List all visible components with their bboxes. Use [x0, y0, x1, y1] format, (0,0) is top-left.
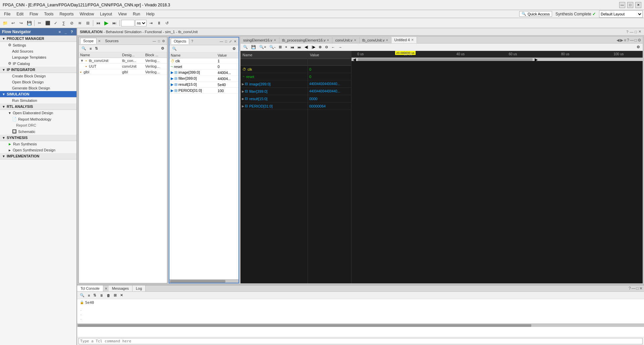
menu-window[interactable]: Window [77, 11, 97, 17]
wave-row-period[interactable]: ▶ ⊟ PERIOD[31:0] [240, 102, 308, 110]
nav-section-header-project-manager[interactable]: ▼ PROJECT MANAGER [0, 36, 76, 42]
obj-row-reset[interactable]: ~ reset 0 [169, 64, 238, 70]
wave-add-marker-btn[interactable]: ⊕ [317, 44, 323, 50]
toolbar-save-button[interactable]: 💾 [25, 19, 33, 27]
sidebar-item-create-block-design[interactable]: Create Block Design [0, 73, 76, 79]
tcl-maximize-btn[interactable]: □ [636, 286, 639, 291]
nav-section-header-simulation[interactable]: ▼ SIMULATION [0, 91, 76, 97]
sidebar-item-schematic[interactable]: 🔲 Schematic [0, 128, 76, 135]
tcl-export-btn[interactable]: ⊞ [112, 292, 118, 298]
wave-settings-btn[interactable]: ⚙ [635, 44, 641, 50]
tcl-tab-messages[interactable]: Messages [109, 285, 132, 291]
wave-tab-convunit[interactable]: convUnit.v ✕ [332, 37, 359, 43]
menu-reports[interactable]: Reports [57, 11, 76, 17]
sidebar-item-open-synthesized-design[interactable]: ► Open Synthesized Design [0, 147, 76, 153]
toolbar-synth-button[interactable]: ∑ [60, 19, 67, 27]
nav-section-header-implementation[interactable]: ▼ IMPLEMENTATION [0, 153, 76, 159]
image-expand-btn[interactable]: ▶ [242, 82, 244, 86]
wave-restart-btn[interactable]: ⏮ [289, 45, 296, 50]
flow-nav-minimize-button[interactable]: _ [63, 30, 68, 34]
wave-zoom-out-btn[interactable]: 🔍- [268, 44, 277, 50]
objects-float-btn[interactable]: ⤢ [228, 39, 232, 44]
tab-scope[interactable]: Scope [80, 38, 97, 44]
sim-header-close[interactable]: ✕ [638, 29, 641, 34]
wave-cursor-btn[interactable]: ⌖ [284, 44, 288, 50]
toolbar-restart-button[interactable]: ⏮ [95, 19, 102, 27]
nav-section-header-ip-integrator[interactable]: ▼ IP INTEGRATOR [0, 67, 76, 73]
sidebar-item-generate-block-design[interactable]: Generate Block Design [0, 85, 76, 91]
tcl-delete-btn[interactable]: ✕ [119, 292, 124, 298]
wave-row-image[interactable]: ▶ ⊟ image[399:0] [240, 80, 308, 88]
result-expand-icon[interactable]: ▶ [171, 82, 173, 86]
wave-tab-tbconvunit[interactable]: tb_convUnit.v ✕ [360, 37, 392, 43]
result-expand-btn[interactable]: ▶ [242, 97, 244, 100]
scope-sort-btn[interactable]: ⇅ [94, 46, 99, 51]
wave-tab-list-btn[interactable]: ≡ [624, 38, 626, 43]
objects-close-btn[interactable]: ✕ [233, 39, 237, 44]
wave-tab-max-btn[interactable]: □ [635, 38, 637, 43]
wave-tab-next-btn[interactable]: ▶ [620, 38, 623, 43]
menu-view[interactable]: View [115, 11, 129, 17]
sidebar-item-settings[interactable]: ⚙ Settings [0, 42, 76, 48]
wave-scroll-left[interactable]: ◀ [352, 57, 357, 62]
toolbar-check-button[interactable]: ✓ [52, 19, 59, 27]
toolbar-reset-button[interactable]: ↺ [163, 19, 171, 27]
menu-help[interactable]: Help [144, 11, 157, 17]
menu-edit[interactable]: Edit [14, 11, 26, 17]
close-button[interactable]: ✕ [635, 2, 641, 8]
wave-tab-untitled4-close[interactable]: ✕ [411, 38, 414, 42]
flow-nav-question-button[interactable]: ? [69, 30, 74, 34]
toolbar-undo-button[interactable]: ↩ [9, 19, 17, 27]
scope-minimize-btn[interactable]: — [152, 39, 157, 43]
toolbar-wave-button[interactable]: ≋ [76, 19, 84, 27]
scope-tab-close[interactable]: ✕ [98, 39, 101, 43]
objects-gear-btn[interactable]: ⚙ [231, 46, 237, 52]
wave-row-result[interactable]: ▶ ⊟ result[15:0] [240, 95, 308, 102]
obj-row-image[interactable]: ▶ ⊟ image[399:0] 44004... [169, 70, 238, 76]
objects-hscroll-thumb[interactable] [170, 280, 225, 283]
tcl-tab-log[interactable]: Log [132, 285, 146, 291]
tcl-close-btn[interactable]: ✕ [639, 286, 643, 291]
obj-row-clk[interactable]: ⏱ clk 1 [169, 58, 238, 64]
sidebar-item-run-synthesis[interactable]: ► Run Synthesis [0, 141, 76, 147]
menu-file[interactable]: File [1, 11, 13, 17]
sim-header-max[interactable]: □ [635, 30, 637, 34]
wave-nav-prev-btn[interactable]: ← [330, 45, 336, 50]
wave-tab-convunit-close[interactable]: ✕ [354, 39, 357, 42]
obj-row-filter[interactable]: ▶ ⊟ filter[399:0] 44004... [169, 76, 238, 82]
objects-search-icon[interactable]: 🔍 [171, 46, 178, 52]
layout-select[interactable]: Default Layout [599, 10, 643, 18]
tcl-pause-btn[interactable]: ⏸ [98, 293, 105, 298]
tab-objects[interactable]: Objects [171, 38, 189, 44]
sim-time-input[interactable]: 10 [121, 20, 135, 26]
menu-run[interactable]: Run [130, 11, 143, 17]
sim-time-unit-select[interactable]: ns us ps [135, 20, 147, 26]
minimize-button[interactable]: — [619, 2, 625, 8]
sidebar-item-open-block-design[interactable]: Open Block Design [0, 79, 76, 85]
wave-hscroll-thumb[interactable] [358, 58, 533, 61]
tcl-minimize-btn[interactable]: — [632, 286, 636, 291]
wave-end-btn[interactable]: ⏭ [296, 45, 303, 50]
toolbar-redo-button[interactable]: ↪ [17, 19, 25, 27]
sidebar-item-add-sources[interactable]: Add Sources [0, 48, 76, 54]
scope-maximize-btn[interactable]: □ [157, 39, 161, 43]
scope-row-tb-convunit[interactable]: ▼ ▪ tb_convUnit tb_con... Verilog... [79, 58, 167, 64]
tcl-filter-btn[interactable]: ≡ [87, 293, 91, 298]
tcl-help-btn[interactable]: ? [629, 286, 631, 291]
obj-row-result[interactable]: ▶ ⊟ result[15:0] 5e40 [169, 82, 238, 88]
wave-del-marker-btn[interactable]: ⊖ [324, 44, 329, 50]
sim-header-min[interactable]: — [630, 30, 633, 34]
tcl-tab-console[interactable]: Tcl Console [77, 285, 103, 291]
wave-row-clk[interactable]: ⏱ clk [240, 66, 308, 73]
menu-flow[interactable]: Flow [27, 11, 41, 17]
toolbar-stop-button[interactable]: ⬛ [44, 19, 51, 27]
wave-graph[interactable]: 20.000000 us 0 us 20 us 40 us 60 us 80 u… [351, 51, 643, 283]
flow-nav-pin-button[interactable]: ≡ [57, 30, 62, 34]
menu-tools[interactable]: Tools [41, 11, 56, 17]
wave-tab-close-btn[interactable]: ⚙ [638, 38, 641, 43]
wave-tab-prev-btn[interactable]: ◀ [616, 38, 620, 43]
scope-row-glbl[interactable]: ▪ glbl glbl Verilog... [79, 69, 167, 75]
filter-expand-icon[interactable]: ▶ [171, 76, 173, 80]
wave-tab-ssingelement[interactable]: ssingElement16.v ✕ [240, 37, 279, 43]
sidebar-item-ip-catalog[interactable]: ⚙ IP Catalog [0, 60, 76, 67]
